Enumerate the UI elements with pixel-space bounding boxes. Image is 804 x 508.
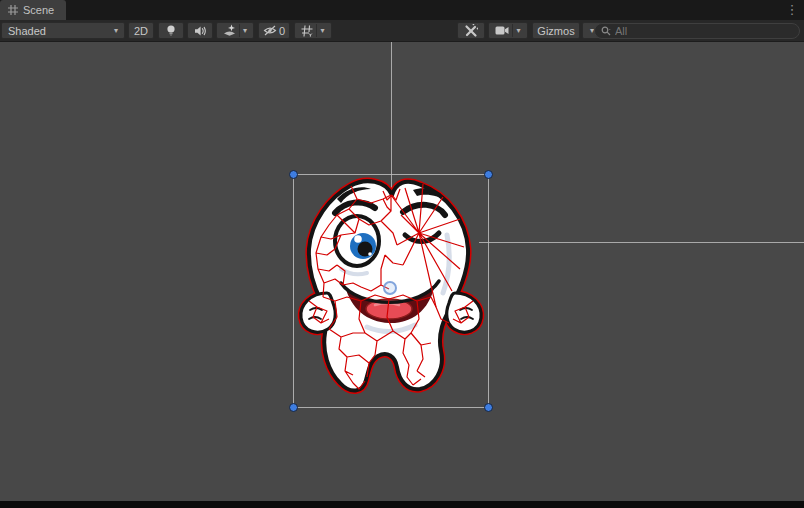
divider	[239, 24, 240, 37]
tab-scene[interactable]: Scene	[0, 0, 66, 20]
selection-handle-bottom-right[interactable]	[484, 403, 493, 412]
more-menu-icon[interactable]: ⋮	[785, 1, 799, 19]
magnifier-icon	[601, 26, 612, 37]
hidden-count: 0	[279, 25, 285, 37]
grid-icon	[8, 5, 18, 15]
gizmos-label: Gizmos	[537, 25, 574, 37]
scene-search-field	[594, 23, 800, 39]
chevron-down-icon: ▾	[320, 27, 324, 35]
chevron-down-icon: ▾	[114, 27, 118, 35]
unity-scene-window: Scene ⋮ Shaded ▾ 2D	[0, 0, 804, 508]
scene-audio-button[interactable]	[187, 22, 213, 39]
selection-handle-bottom-left[interactable]	[289, 403, 298, 412]
eye-slash-icon	[263, 25, 277, 36]
vertical-guide-line	[391, 42, 392, 190]
scene-toolbar: Shaded ▾ 2D ▾	[0, 20, 804, 42]
tab-bar: Scene ⋮	[0, 0, 804, 20]
toggle-2d-label: 2D	[134, 25, 148, 37]
effects-sparkle-icon	[223, 24, 236, 37]
search-input[interactable]	[615, 25, 793, 37]
draw-mode-label: Shaded	[8, 25, 46, 37]
horizontal-guide-line	[479, 242, 804, 243]
hidden-objects-button[interactable]: 0	[258, 22, 290, 39]
gizmos-button[interactable]: Gizmos	[532, 22, 580, 39]
window-bottom-border	[0, 501, 804, 508]
chevron-down-icon: ▾	[243, 27, 247, 35]
divider	[316, 24, 317, 37]
draw-mode-dropdown[interactable]: Shaded ▾	[1, 22, 125, 39]
chevron-down-icon: ▾	[516, 27, 520, 35]
scene-viewport[interactable]	[0, 42, 804, 508]
pivot-gizmo[interactable]	[383, 281, 397, 295]
scene-lighting-button[interactable]	[158, 22, 184, 39]
grid-visibility-dropdown[interactable]: ▾	[294, 22, 332, 39]
speaker-icon	[194, 25, 207, 37]
selection-handle-top-left[interactable]	[289, 170, 298, 179]
wrench-screwdriver-icon	[464, 24, 478, 38]
video-camera-icon	[495, 25, 509, 36]
scene-effects-dropdown[interactable]: ▾	[216, 22, 254, 39]
scene-camera-dropdown[interactable]: ▾	[488, 22, 528, 39]
tab-label: Scene	[23, 4, 54, 16]
grid-toggle-icon	[301, 25, 313, 37]
lightbulb-icon	[165, 24, 177, 37]
selection-handle-top-right[interactable]	[484, 170, 493, 179]
divider	[512, 24, 513, 37]
component-tools-button[interactable]	[457, 22, 485, 39]
toggle-2d-button[interactable]: 2D	[128, 22, 154, 39]
